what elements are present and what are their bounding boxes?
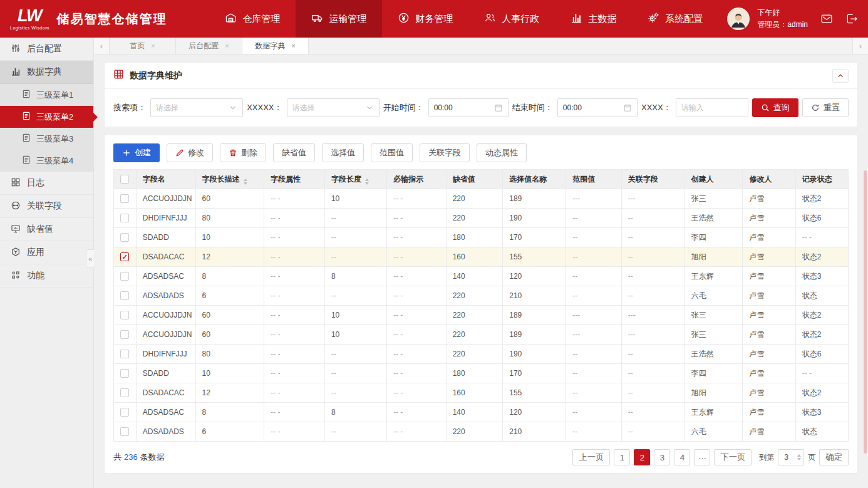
goto-confirm-button[interactable]: 确定 [819, 449, 849, 465]
column-header[interactable]: 缺省值 [446, 170, 503, 189]
column-header-sortable[interactable]: 字段长度 [324, 170, 386, 189]
nav-item-masterdata[interactable]: 主数据 [555, 0, 632, 38]
table-row[interactable]: ADSADADS6-- ----- -220210----六毛卢雪状态 [114, 422, 849, 442]
next-page-button[interactable]: 下一页 [714, 449, 752, 465]
page-button-4[interactable]: 4 [674, 449, 690, 465]
total-count: 236 [124, 452, 138, 462]
sidebar-item-submenu-3[interactable]: 三级菜单3 [0, 128, 93, 150]
select-all-checkbox[interactable] [120, 175, 129, 184]
column-header[interactable]: 选择值名称 [503, 170, 566, 189]
sidebar-item-default-values[interactable]: 缺省值 [0, 218, 93, 241]
row-checkbox[interactable] [120, 408, 129, 417]
page-button-1[interactable]: 1 [614, 449, 630, 465]
table-row[interactable]: DHDIFNFJJJ80-- ----- -220190----王浩然卢雪状态6 [114, 209, 849, 228]
column-header[interactable]: 范围值 [566, 170, 621, 189]
dynamic-attr-button[interactable]: 动态属性 [477, 143, 527, 162]
query-button[interactable]: 查询 [752, 98, 798, 117]
select-value-button[interactable]: 选择值 [322, 143, 364, 162]
row-checkbox[interactable] [120, 194, 129, 203]
nav-item-warehouse[interactable]: 仓库管理 [209, 0, 296, 38]
row-checkbox[interactable] [120, 272, 129, 281]
nav-item-finance[interactable]: 财务管理 [382, 0, 468, 38]
input-placeholder: 请输入 [681, 103, 704, 113]
close-icon[interactable]: × [291, 42, 295, 49]
table-row[interactable]: ACCUOJJDJN60-- -10-- -220189------张三卢雪状态… [114, 306, 849, 325]
column-header[interactable]: 修改人 [743, 170, 795, 189]
row-checkbox[interactable] [120, 233, 129, 242]
sidebar-collapse-handle[interactable]: « [86, 249, 94, 268]
sidebar-item-logs[interactable]: 日志 [0, 172, 93, 195]
table-row[interactable]: DSADACAC12-- ----- -160155----旭阳卢雪状态2 [114, 383, 849, 403]
page-button-2-active[interactable]: 2 [634, 449, 650, 465]
column-header[interactable]: 字段名 [136, 170, 195, 189]
keyword-select[interactable]: 请选择 [150, 98, 243, 117]
mail-icon[interactable] [820, 13, 833, 25]
sidebar-item-submenu-4[interactable]: 三级菜单4 [0, 150, 93, 172]
default-value-button[interactable]: 缺省值 [273, 143, 315, 162]
close-icon[interactable]: × [151, 42, 155, 49]
sidebar-item-functions[interactable]: 功能 [0, 264, 93, 288]
sidebar-item-data-dictionary[interactable]: 数据字典 [0, 61, 93, 84]
table-row[interactable]: ADSADSAC8-- -8-- -140120----王东辉卢雪状态3 [114, 403, 849, 422]
table-row[interactable]: DSADACAC12-- ----- -160155----旭阳卢雪状态2 [114, 247, 849, 267]
table-row[interactable]: SDADD10-- ----- -180170----李四卢雪-- - [114, 228, 849, 247]
column-header[interactable]: 必输指示 [386, 170, 446, 189]
table-row[interactable]: DHDIFNFJJJ80-- ----- -220190----王浩然卢雪状态6 [114, 345, 849, 364]
tab-home[interactable]: 首页 × [110, 38, 176, 54]
tabs-scroll-left[interactable]: ‹ [94, 38, 110, 54]
row-checkbox[interactable] [120, 350, 129, 358]
column-header[interactable]: 字段属性 [264, 170, 325, 189]
xxxx-text-input[interactable]: 请输入 [676, 98, 748, 117]
xxxxx-select[interactable]: 请选择 [287, 98, 380, 117]
tab-data-dictionary[interactable]: 数据字典 × [242, 38, 309, 54]
linked-field-button[interactable]: 关联字段 [420, 143, 470, 162]
column-header[interactable]: 创建人 [685, 170, 743, 189]
panel-collapse-button[interactable] [832, 69, 849, 83]
column-header-sortable[interactable]: 字段长描述 [195, 170, 264, 189]
sort-icon[interactable] [244, 179, 247, 185]
table-row[interactable]: ADSADADS6-- ----- -220210----六毛卢雪状态 [114, 286, 849, 306]
sort-icon[interactable] [365, 179, 369, 185]
sidebar-item-submenu-2[interactable]: 三级菜单2 [0, 106, 93, 128]
table-scrollbar[interactable] [864, 170, 867, 454]
prev-page-button[interactable]: 上一页 [572, 449, 610, 465]
table-cell: -- [621, 247, 685, 267]
row-checkbox[interactable] [120, 311, 129, 319]
nav-item-hr[interactable]: 人事行政 [468, 0, 555, 38]
column-header[interactable]: 记录状态 [795, 170, 848, 189]
nav-item-transport[interactable]: 运输管理 [296, 0, 382, 38]
end-time-input[interactable]: 00:00 [557, 98, 638, 117]
table-row[interactable]: ACCUOJJDJN60-- -10-- -220189------张三卢雪状态… [114, 189, 849, 209]
sidebar-item-applications[interactable]: 应用 [0, 241, 93, 264]
table-row[interactable]: ADSADSAC8-- -8-- -140120----王东辉卢雪状态3 [114, 267, 849, 286]
range-value-button[interactable]: 范围值 [371, 143, 413, 162]
table-row[interactable]: ACCUOJJDJN60-- -10-- -220189------张三卢雪状态… [114, 325, 849, 345]
column-header[interactable]: 关联字段 [621, 170, 685, 189]
page-ellipsis-button[interactable]: ··· [694, 449, 710, 465]
row-checkbox[interactable] [120, 388, 129, 397]
close-icon[interactable]: × [225, 42, 229, 49]
row-checkbox[interactable] [120, 330, 129, 339]
edit-button[interactable]: 修改 [167, 143, 213, 162]
row-checkbox[interactable] [120, 214, 129, 222]
avatar[interactable] [727, 8, 750, 30]
delete-button[interactable]: 删除 [220, 143, 266, 162]
goto-page-input[interactable]: 3 [778, 449, 804, 465]
reset-button[interactable]: 重置 [802, 98, 849, 117]
logout-icon[interactable] [845, 13, 858, 25]
row-checkbox[interactable] [120, 427, 129, 436]
tab-backend-config[interactable]: 后台配置 × [176, 38, 242, 54]
page-stepper-icons[interactable] [797, 454, 801, 460]
nav-item-sysconfig[interactable]: 系统配置 [632, 0, 718, 38]
page-button-3[interactable]: 3 [654, 449, 670, 465]
row-checkbox[interactable] [120, 291, 129, 300]
tabs-scroll-right[interactable]: › [852, 38, 868, 54]
sidebar-item-submenu-1[interactable]: 三级菜单1 [0, 84, 93, 106]
table-row[interactable]: SDADD10-- ----- -180170----李四卢雪-- - [114, 364, 849, 383]
sidebar-item-linked-fields[interactable]: 关联字段 [0, 195, 93, 218]
sidebar-item-backend-config[interactable]: 后台配置 [0, 38, 93, 61]
row-checkbox[interactable] [120, 369, 129, 378]
start-time-input[interactable]: 00:00 [428, 98, 509, 117]
row-checkbox[interactable] [120, 252, 129, 261]
create-button[interactable]: 创建 [113, 143, 160, 162]
